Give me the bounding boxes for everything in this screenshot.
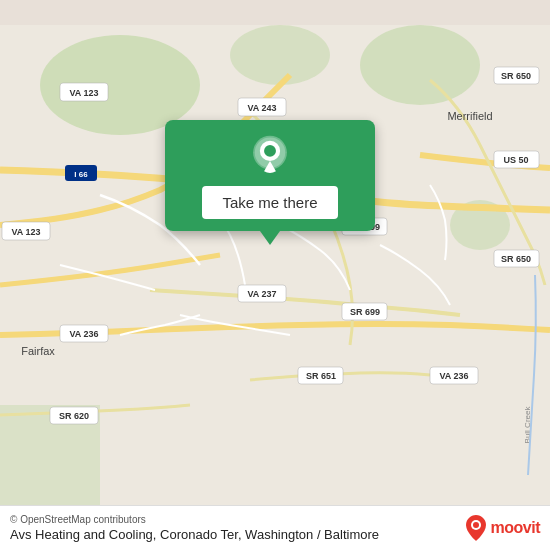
svg-point-42 xyxy=(473,522,479,528)
moovit-brand-text: moovit xyxy=(491,519,540,537)
svg-text:VA 243: VA 243 xyxy=(247,103,276,113)
footer-bar: © OpenStreetMap contributors Avs Heating… xyxy=(0,505,550,550)
take-me-there-button[interactable]: Take me there xyxy=(202,186,337,219)
svg-text:SR 651: SR 651 xyxy=(306,371,336,381)
svg-point-2 xyxy=(360,25,480,105)
svg-point-5 xyxy=(230,25,330,85)
svg-text:US 50: US 50 xyxy=(503,155,528,165)
svg-text:I 66: I 66 xyxy=(74,170,88,179)
location-popup: Take me there xyxy=(165,120,375,231)
svg-text:VA 123: VA 123 xyxy=(69,88,98,98)
svg-text:Fairfax: Fairfax xyxy=(21,345,55,357)
moovit-logo: moovit xyxy=(465,514,540,542)
map-container: VA 123 I 66 VA 243 VA 123 SR 699 SR 650 … xyxy=(0,0,550,550)
footer-left: © OpenStreetMap contributors Avs Heating… xyxy=(10,514,379,542)
svg-point-40 xyxy=(264,145,276,157)
svg-text:VA 237: VA 237 xyxy=(247,289,276,299)
svg-text:VA 236: VA 236 xyxy=(69,329,98,339)
osm-credit: © OpenStreetMap contributors xyxy=(10,514,379,525)
svg-text:Merrifield: Merrifield xyxy=(447,110,492,122)
svg-text:SR 650: SR 650 xyxy=(501,254,531,264)
svg-text:SR 620: SR 620 xyxy=(59,411,89,421)
svg-text:VA 123: VA 123 xyxy=(11,227,40,237)
moovit-pin-icon xyxy=(465,514,487,542)
location-label: Avs Heating and Cooling, Coronado Ter, W… xyxy=(10,527,379,542)
svg-text:VA 236: VA 236 xyxy=(439,371,468,381)
map-background: VA 123 I 66 VA 243 VA 123 SR 699 SR 650 … xyxy=(0,0,550,550)
svg-text:SR 699: SR 699 xyxy=(350,307,380,317)
svg-text:SR 650: SR 650 xyxy=(501,71,531,81)
location-pin-icon xyxy=(248,134,292,178)
